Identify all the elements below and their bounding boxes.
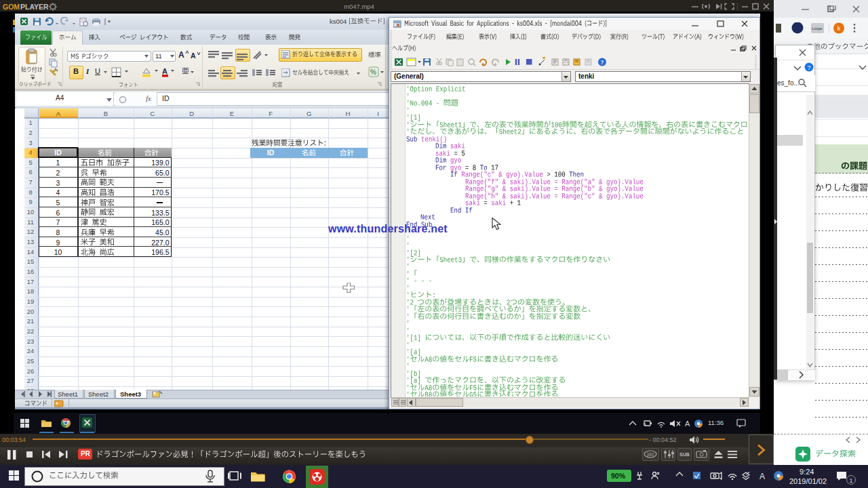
svg-text:k: k [837,25,841,32]
svg-text:360: 360 [647,452,654,457]
svg-text:1: 1 [849,477,852,484]
svg-text:A: A [685,420,690,428]
svg-text:Loupe: Loupe [812,26,822,30]
svg-text:A: A [760,472,765,481]
svg-text:SUB: SUB [679,452,690,457]
svg-text:?: ? [807,64,810,71]
